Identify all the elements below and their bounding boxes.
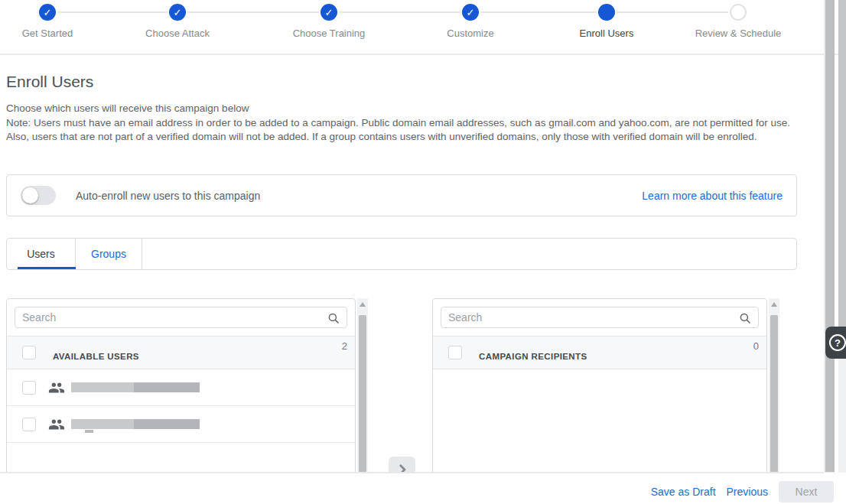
recipients-search-row [433,299,766,336]
scrollbar-thumb[interactable] [825,0,835,472]
step-check-icon: ✓ [321,4,337,21]
scroll-up-arrow-icon [360,302,366,307]
group-users-icon [48,416,65,433]
active-tab-underline [18,267,76,269]
step-review-schedule[interactable]: Review & Schedule [669,4,807,39]
step-choose-training[interactable]: ✓ Choose Training [260,4,398,39]
step-label: Choose Attack [109,28,246,39]
page-title: Enroll Users [6,73,93,91]
available-search-box [15,307,347,328]
header-divider [0,54,846,55]
page-description: Choose which users will receive this cam… [6,102,817,145]
step-customize[interactable]: ✓ Customize [402,4,539,39]
next-button[interactable]: Next [779,481,834,502]
campaign-recipients-panel: CAMPAIGN RECIPIENTS 0 [432,298,767,473]
redacted-user-email [85,430,93,433]
page-subtitle: Choose which users will receive this cam… [6,102,817,116]
auto-enroll-card: Auto-enroll new users to this campaign L… [6,174,797,216]
group-users-icon [48,379,65,396]
enroll-users-wizard: ✓ Get Started ✓ Choose Attack ✓ Choose T… [0,0,846,504]
campaign-recipients-count: 0 [753,340,759,352]
step-check-icon: ✓ [462,4,479,21]
campaign-recipients-header: CAMPAIGN RECIPIENTS 0 [433,336,766,369]
previous-link[interactable]: Previous [727,486,768,498]
search-icon [738,311,752,325]
available-users-panel: AVAILABLE USERS 2 [6,298,356,473]
tab-groups[interactable]: Groups [76,239,142,269]
recipients-search-box [441,307,759,328]
tab-users-label: Users [27,248,55,260]
step-label: Customize [402,28,539,39]
available-panel-scrollbar[interactable] [357,298,368,473]
scrollbar-thumb[interactable] [359,315,366,473]
recipients-panel-scrollbar[interactable] [769,298,779,473]
wizard-stepper: ✓ Get Started ✓ Choose Attack ✓ Choose T… [0,0,846,43]
footer-divider [0,472,824,473]
question-mark-icon: ? [829,334,846,351]
scrollbar-thumb[interactable] [838,0,846,340]
available-users-count: 2 [342,340,347,352]
footer-actions: Save as Draft Previous Next [0,480,834,503]
user-checkbox[interactable] [22,381,36,395]
page-note-line1: Note: Users must have an email address i… [6,116,817,131]
user-transfer-area: AVAILABLE USERS 2 [0,298,846,473]
available-users-header: AVAILABLE USERS 2 [7,336,355,369]
campaign-recipients-header-label: CAMPAIGN RECIPIENTS [479,352,587,361]
learn-more-link[interactable]: Learn more about this feature [642,190,783,202]
window-scrollbar[interactable] [838,0,846,473]
redacted-user-name [71,382,200,392]
step-label: Choose Training [260,28,398,39]
step-upcoming-dot [730,4,747,21]
auto-enroll-toggle[interactable] [21,186,56,205]
select-all-available-checkbox[interactable] [22,346,36,359]
available-user-row[interactable] [7,369,355,406]
step-check-icon: ✓ [39,4,56,21]
step-check-icon: ✓ [169,4,186,21]
select-all-recipients-checkbox[interactable] [448,346,462,359]
toggle-knob [22,187,38,203]
step-label: Enroll Users [538,28,675,39]
content-scrollbar[interactable] [824,0,835,473]
user-checkbox[interactable] [22,418,36,431]
step-current-dot [598,4,615,21]
available-search-input[interactable] [15,307,347,327]
step-get-started[interactable]: ✓ Get Started [0,4,116,39]
tab-bar: Users Groups [6,238,797,270]
scrollbar-thumb[interactable] [770,315,778,473]
search-icon [327,311,340,325]
step-enroll-users[interactable]: Enroll Users [538,4,675,39]
available-users-header-label: AVAILABLE USERS [53,352,139,361]
step-label: Get Started [0,28,116,39]
auto-enroll-label: Auto-enroll new users to this campaign [76,190,260,202]
help-button[interactable]: ? [825,327,846,359]
page-note-line2: Also, users that are not part of a verif… [6,130,817,145]
redacted-user-name [71,419,200,429]
available-user-row[interactable] [7,406,355,443]
tab-users[interactable]: Users [7,239,76,269]
step-label: Review & Schedule [669,28,807,39]
save-as-draft-link[interactable]: Save as Draft [651,486,716,498]
scroll-up-arrow-icon [771,302,777,307]
step-choose-attack[interactable]: ✓ Choose Attack [109,4,246,39]
available-search-row [7,299,355,336]
recipients-search-input[interactable] [441,307,758,327]
tab-groups-label: Groups [91,248,126,260]
move-right-button[interactable] [389,457,415,473]
